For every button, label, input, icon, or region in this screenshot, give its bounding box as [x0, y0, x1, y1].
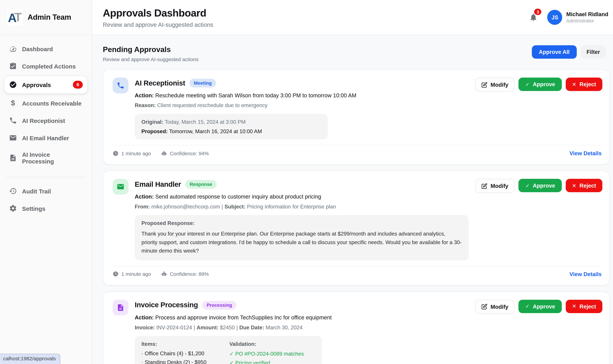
card-footer: 1 minute ago Confidence: 94% View Detail… — [113, 145, 602, 160]
approval-card-ai-receptionist: AI Receptionist Meeting Action: Reschedu… — [103, 69, 610, 165]
category-badge: Processing — [202, 301, 236, 310]
approvals-count-badge: 6 — [73, 81, 83, 89]
sidebar-item-label: AI Invoice Processing — [22, 151, 83, 165]
clock-icon — [113, 271, 118, 277]
reason-line: Reason: Client requested reschedule due … — [135, 102, 469, 108]
clipboard-check-icon — [9, 62, 17, 70]
view-details-link[interactable]: View Details — [570, 271, 602, 277]
proposed-time: Proposed: Tomorrow, March 16, 2024 at 10… — [142, 129, 321, 134]
gear-icon — [9, 205, 17, 212]
page-header: Approvals Dashboard Review and approve A… — [92, 0, 613, 35]
validation-check: Pricing verified — [229, 359, 304, 364]
edit-icon — [482, 183, 487, 189]
reject-button[interactable]: ✕Reject — [566, 78, 602, 91]
invoice-meta-line: Invoice: INV-2024-0124|Amount: $2450|Due… — [135, 325, 469, 330]
sidebar-item-ai-receptionist[interactable]: AI Receptionist — [4, 113, 88, 128]
validation-list: PO #PO-2024-0089 matches Pricing verifie… — [229, 350, 304, 364]
schedule-change-box: Original: Today, March 15, 2024 at 3:00 … — [135, 114, 328, 139]
action-line: Action: Send automated response to custo… — [135, 194, 469, 200]
approve-all-button[interactable]: Approve All — [532, 45, 577, 59]
section-title: Pending Approvals — [103, 45, 198, 54]
approve-button[interactable]: ✓Approve — [519, 300, 562, 313]
phone-icon — [113, 78, 129, 93]
clock-icon — [113, 150, 118, 156]
modify-button[interactable]: Modify — [475, 300, 515, 314]
card-title: Invoice Processing — [135, 301, 198, 309]
envelope-icon — [9, 134, 17, 142]
confidence: Confidence: 89% — [161, 271, 209, 277]
gauge-icon — [9, 45, 17, 53]
sidebar-item-label: Settings — [22, 205, 45, 212]
invoice-item: Standing Desks (2) - $950 — [142, 359, 207, 364]
proposed-response-box: Proposed Response: Thank you for your in… — [135, 215, 469, 260]
view-details-link[interactable]: View Details — [570, 150, 602, 156]
invoice-details-box: Items: Office Chairs (4) - $1,200 Standi… — [135, 336, 322, 364]
edit-icon — [482, 82, 487, 88]
phone-icon — [9, 117, 17, 125]
card-title: Email Handler — [135, 180, 181, 188]
user-menu[interactable]: JS Michael Ridland Administrator — [547, 10, 608, 25]
browser-status-url: calhost:1982/approvals — [0, 354, 60, 364]
page-title: Approvals Dashboard — [103, 7, 213, 19]
reject-button[interactable]: ✕Reject — [566, 300, 602, 313]
timestamp: 1 minute ago — [113, 271, 151, 277]
proposed-response-title: Proposed Response: — [142, 220, 462, 226]
sidebar-item-audit-trail[interactable]: Audit Trail — [4, 184, 88, 199]
sidebar-item-ai-invoice-processing[interactable]: AI Invoice Processing — [4, 148, 88, 168]
sidebar: T A Admin Team Dashboard Completed Actio… — [0, 0, 92, 364]
notifications-bell[interactable]: 3 — [529, 13, 538, 22]
check-circle-icon — [9, 81, 17, 89]
modify-button[interactable]: Modify — [475, 179, 515, 193]
sidebar-item-label: AI Receptionist — [22, 117, 65, 124]
user-name: Michael Ridland — [566, 11, 608, 18]
invoice-validation-column: Validation: PO #PO-2024-0089 matches Pri… — [229, 341, 304, 364]
section-header: Pending Approvals Review and approve AI-… — [103, 45, 610, 62]
sidebar-item-settings[interactable]: Settings — [4, 201, 88, 216]
category-badge: Response — [185, 180, 217, 189]
timestamp: 1 minute ago — [113, 150, 151, 156]
brand-name: Admin Team — [28, 13, 71, 22]
robot-icon — [161, 150, 167, 156]
app-window: T A Admin Team Dashboard Completed Actio… — [0, 0, 613, 364]
user-role: Administrator — [566, 18, 608, 24]
x-icon: ✕ — [572, 304, 576, 309]
email-meta-line: From: mike.johnson@techcorp.com|Subject:… — [135, 204, 469, 209]
sidebar-item-completed-actions[interactable]: Completed Actions — [4, 59, 88, 74]
sidebar-item-label: Accounts Receivable — [22, 100, 81, 107]
confidence: Confidence: 94% — [161, 150, 209, 156]
action-line: Action: Process and approve invoice from… — [135, 314, 469, 320]
dollar-icon: $ — [9, 99, 17, 107]
admin-team-logo-icon: T A — [7, 9, 23, 25]
history-icon — [9, 187, 17, 195]
proposed-response-body: Thank you for your interest in our Enter… — [142, 230, 462, 255]
brand-header: T A Admin Team — [0, 0, 92, 35]
sidebar-item-label: Audit Trail — [22, 188, 51, 195]
x-icon: ✕ — [572, 183, 576, 188]
validation-title: Validation: — [229, 341, 304, 347]
file-invoice-icon — [9, 154, 17, 162]
check-icon: ✓ — [525, 183, 530, 188]
sidebar-item-approvals[interactable]: Approvals 6 — [4, 76, 88, 93]
approval-card-invoice-processing: Invoice Processing Processing Action: Pr… — [103, 291, 610, 364]
approve-button[interactable]: ✓Approve — [519, 78, 562, 91]
robot-icon — [161, 271, 167, 277]
edit-icon — [482, 304, 487, 310]
envelope-icon — [113, 179, 129, 195]
sidebar-item-accounts-receivable[interactable]: $ Accounts Receivable — [4, 96, 88, 111]
original-time: Original: Today, March 15, 2024 at 3:00 … — [142, 119, 321, 125]
sidebar-item-ai-email-handler[interactable]: AI Email Handler — [4, 130, 88, 145]
page-subtitle: Review and approve AI-suggested actions — [103, 21, 213, 28]
card-footer: 1 minute ago Confidence: 89% View Detail… — [113, 266, 602, 281]
check-icon: ✓ — [525, 82, 530, 87]
reject-button[interactable]: ✕Reject — [566, 179, 602, 192]
sidebar-nav: Dashboard Completed Actions Approvals 6 … — [0, 35, 92, 218]
sidebar-item-label: Approvals — [22, 81, 51, 88]
invoice-items-list: Office Chairs (4) - $1,200 Standing Desk… — [142, 350, 207, 364]
sidebar-item-dashboard[interactable]: Dashboard — [4, 41, 88, 56]
filter-button[interactable]: Filter — [581, 45, 606, 59]
card-title: AI Receptionist — [135, 79, 185, 87]
main-area: Approvals Dashboard Review and approve A… — [92, 0, 613, 364]
modify-button[interactable]: Modify — [475, 78, 515, 92]
notification-count-badge: 3 — [534, 9, 541, 15]
approve-button[interactable]: ✓Approve — [519, 179, 562, 192]
